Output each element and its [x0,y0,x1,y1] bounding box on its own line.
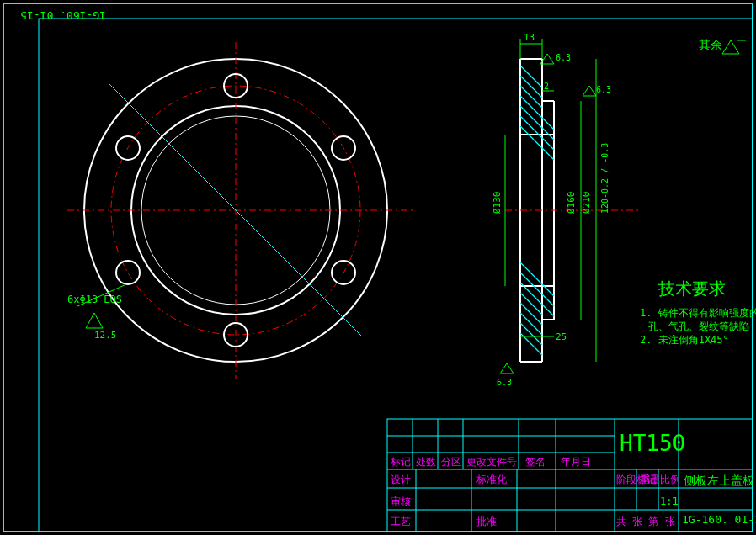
svg-line-32 [520,273,554,306]
tb-approve: 批准 [476,516,497,527]
tb-col-3: 更改文件号 [466,456,517,468]
drawing-number: 1G-160. 01-15 [682,513,756,526]
drawing-number-side: 1G-160. 01-15 [20,9,106,22]
svg-line-31 [520,262,554,296]
tb-review: 审核 [391,495,411,507]
tb-ratio: 比例 [660,474,680,485]
svg-line-26 [520,86,542,108]
svg-line-34 [520,293,542,315]
roughness-3: 6.3 [596,85,611,94]
svg-line-37 [520,323,542,345]
roughness-1: 12.5 [94,330,117,341]
svg-text:其余: 其余 [699,38,722,51]
svg-line-30 [520,126,554,160]
tb-col-1: 处数 [416,456,436,468]
roughness-2: 6.3 [556,53,571,62]
tb-design: 设计 [391,474,411,485]
hole-spec: 6xΦ13 EQS [67,294,122,305]
material: HT150 [620,431,685,456]
tb-process: 工艺 [391,516,411,527]
tb-sheet: 共 张 第 张 [616,516,675,527]
svg-point-10 [116,261,140,284]
tb-scale-val: 1:1 [660,495,679,507]
roughness-4: 6.3 [497,378,512,387]
part-name: 侧板左上盖板 [684,474,754,487]
tech-requirements: 技术要求 1. 铸件不得有影响强度的砂 孔、气孔、裂纹等缺陷 2. 未注倒角1X… [640,278,756,346]
svg-line-29 [520,116,554,150]
dim-total-t: 25 [556,331,567,342]
front-view: 6xΦ13 EQS 12.5 [67,42,413,379]
tb-col-4: 签名 [525,456,546,468]
tech-req-line2: 2. 未注倒角1X45° [640,334,729,346]
tech-req-line1: 1. 铸件不得有影响强度的砂 [640,307,756,319]
tb-weight: 重量 [640,474,660,485]
section-view: 13 6.3 6.3 Ø210 Ø160 2 Ø130 120-0.2 / -0… [492,32,640,387]
default-roughness: 其余 [699,38,746,54]
dim-step-d: Ø130 [492,192,503,215]
svg-line-25 [520,76,542,98]
tb-col-5: 年月日 [561,456,591,468]
dim-t-flange: 13 [524,32,535,43]
svg-line-36 [520,313,542,335]
tb-standardize: 标准化 [476,474,507,485]
tech-req-line1b: 孔、气孔、裂纹等缺陷 [648,320,749,332]
title-block: 标记 处数 分区 更改文件号 签名 年月日 设计 标准化 审核 工艺 批准 阶段… [387,419,756,532]
svg-line-35 [520,303,542,325]
svg-line-24 [520,66,542,87]
tb-col-2: 分区 [441,456,461,468]
dim-bore-tol: 120-0.2 / -0.3 [600,143,610,214]
tb-col-0: 标记 [390,456,411,468]
svg-line-33 [520,283,554,316]
dim-outer: Ø210 [581,192,592,215]
tech-req-title: 技术要求 [658,278,726,299]
dim-bore-a: Ø160 [566,192,577,215]
dim-step-t: 2 [544,82,549,91]
